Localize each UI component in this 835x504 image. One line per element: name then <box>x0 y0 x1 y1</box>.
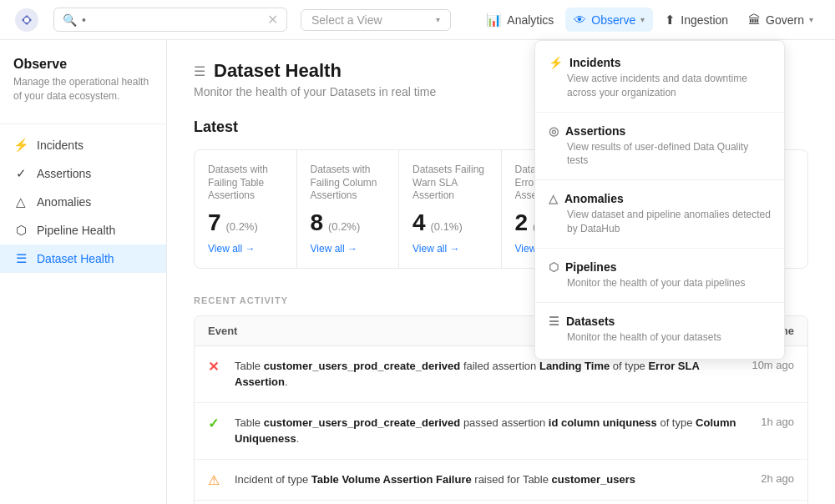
warning-icon: ⚠ <box>208 472 225 488</box>
sidebar-item-label: Dataset Health <box>37 252 114 265</box>
metric-view-all-link[interactable]: View all → <box>208 243 283 255</box>
search-bar[interactable]: 🔍 ✕ <box>53 8 287 32</box>
logo-icon[interactable] <box>13 7 40 33</box>
datasets-dropdown-icon: ☰ <box>549 315 559 328</box>
metric-card: Datasets Failing Warn SLA Assertion 4 (0… <box>399 150 502 268</box>
metric-pct: (0.2%) <box>225 220 257 233</box>
sidebar-item-incidents[interactable]: ⚡Incidents <box>0 131 166 159</box>
dropdown-item-datasets[interactable]: ☰ Datasets Monitor the health of your da… <box>535 306 784 353</box>
error-icon: ✕ <box>208 359 225 375</box>
dropdown-item-incidents[interactable]: ⚡ Incidents View active incidents and da… <box>535 48 784 108</box>
activity-text: Table customer_users_prod_create_derived… <box>235 415 751 447</box>
anomalies-icon: △ <box>13 194 28 209</box>
sidebar-description: Manage the operational health of your da… <box>13 75 153 103</box>
metric-value-row: 8 (0.2%) <box>311 209 386 236</box>
sidebar-item-dataset-health[interactable]: ☰Dataset Health <box>0 244 166 273</box>
metric-pct: (0.2%) <box>328 220 360 233</box>
search-clear-icon[interactable]: ✕ <box>267 12 278 28</box>
dataset-health-icon: ☰ <box>194 63 205 79</box>
sidebar-item-label: Incidents <box>37 139 84 152</box>
activity-time: 10m ago <box>752 359 794 371</box>
dropdown-item-label: Incidents <box>569 56 620 69</box>
nav-items: 📊 Analytics 👁 Observe ▾ ⬆ Ingestion 🏛 Go… <box>478 8 822 33</box>
nav-ingestion-label: Ingestion <box>681 13 728 27</box>
metric-value: 2 <box>515 209 529 235</box>
sidebar-item-label: Assertions <box>37 167 91 180</box>
nav-ingestion[interactable]: ⬆ Ingestion <box>656 8 736 33</box>
event-column-header: Event <box>208 325 237 337</box>
table-row: ⚠ Incident of type Table Volume Assertio… <box>195 460 807 501</box>
svg-point-1 <box>24 18 29 23</box>
dropdown-item-title: ◎ Assertions <box>549 124 771 138</box>
select-view-label: Select a View <box>311 13 382 27</box>
sidebar-item-label: Anomalies <box>37 195 91 209</box>
nav-analytics[interactable]: 📊 Analytics <box>478 8 562 33</box>
nav-analytics-label: Analytics <box>507 13 554 27</box>
dropdown-item-title: △ Anomalies <box>549 192 771 205</box>
select-view-dropdown[interactable]: Select a View ▾ <box>301 9 451 31</box>
nav-govern[interactable]: 🏛 Govern ▾ <box>740 8 822 32</box>
sidebar-item-label: Pipeline Health <box>37 224 115 237</box>
search-icon: 🔍 <box>63 13 77 27</box>
sidebar-title: Observe <box>13 57 153 72</box>
dropdown-divider <box>535 302 784 303</box>
dropdown-item-desc: View active incidents and data downtime … <box>549 72 771 100</box>
activity-rows: ✕ Table customer_users_prod_create_deriv… <box>195 346 807 504</box>
pipeline-health-icon: ⬡ <box>13 223 28 238</box>
sidebar-item-assertions[interactable]: ✓Assertions <box>0 159 166 188</box>
sidebar-item-pipeline-health[interactable]: ⬡Pipeline Health <box>0 216 166 244</box>
dropdown-divider <box>535 112 784 113</box>
ingestion-icon: ⬆ <box>665 13 676 28</box>
dataset-health-icon: ☰ <box>13 251 28 266</box>
table-row: ✓ Incident of type Table Freshness Asser… <box>195 501 807 504</box>
metric-view-all-link[interactable]: View all → <box>412 243 488 255</box>
activity-text: Table customer_users_prod_create_derived… <box>235 358 741 391</box>
analytics-icon: 📊 <box>486 13 502 28</box>
dropdown-item-pipelines[interactable]: ⬡ Pipelines Monitor the health of your d… <box>535 252 784 299</box>
metric-view-all-link[interactable]: View all → <box>311 243 386 255</box>
dropdown-item-assertions[interactable]: ◎ Assertions View results of user-define… <box>535 116 784 177</box>
activity-time: 2h ago <box>761 472 794 485</box>
metric-card: Datasets with Failing Column Assertions … <box>297 150 400 268</box>
sidebar-divider <box>0 123 166 124</box>
observe-chevron-icon: ▾ <box>640 15 645 24</box>
dropdown-item-title: ⚡ Incidents <box>549 56 771 69</box>
sidebar-header: Observe Manage the operational health of… <box>0 57 166 117</box>
nav-govern-label: Govern <box>766 13 804 27</box>
metric-value: 4 <box>412 209 426 235</box>
dropdown-divider <box>535 179 784 180</box>
assertions-dropdown-icon: ◎ <box>549 124 559 138</box>
incidents-icon: ⚡ <box>13 138 28 153</box>
dropdown-item-title: ☰ Datasets <box>549 315 771 328</box>
sidebar-item-anomalies[interactable]: △Anomalies <box>0 188 166 216</box>
dropdown-item-desc: View results of user-defined Data Qualit… <box>549 140 771 169</box>
pipelines-dropdown-icon: ⬡ <box>549 260 559 274</box>
success-icon: ✓ <box>208 416 225 431</box>
dropdown-item-label: Anomalies <box>564 192 624 205</box>
observe-icon: 👁 <box>574 13 586 27</box>
dropdown-item-label: Pipelines <box>565 260 616 274</box>
govern-icon: 🏛 <box>748 13 761 27</box>
govern-chevron-icon: ▾ <box>809 15 813 24</box>
dropdown-item-anomalies[interactable]: △ Anomalies View dataset and pipeline an… <box>535 184 784 244</box>
chevron-down-icon: ▾ <box>436 15 440 24</box>
observe-dropdown-menu: ⚡ Incidents View active incidents and da… <box>534 40 785 360</box>
metric-value-row: 4 (0.1%) <box>412 209 488 236</box>
activity-left: ✕ Table customer_users_prod_create_deriv… <box>208 358 741 391</box>
page-title: Dataset Health <box>214 60 342 82</box>
metric-value: 7 <box>208 209 221 235</box>
dropdown-item-desc: View dataset and pipeline anomalies dete… <box>549 208 771 236</box>
dropdown-divider <box>535 248 784 249</box>
nav-observe[interactable]: 👁 Observe ▾ <box>565 8 653 32</box>
metric-pct: (0.1%) <box>430 220 462 233</box>
metric-value-row: 7 (0.2%) <box>208 209 283 236</box>
table-row: ✓ Table customer_users_prod_create_deriv… <box>195 403 807 460</box>
search-input[interactable] <box>82 13 262 27</box>
metric-value: 8 <box>311 209 324 235</box>
dropdown-item-label: Datasets <box>566 315 615 328</box>
dropdown-item-desc: Monitor the health of your data pipeline… <box>549 276 771 290</box>
assertions-icon: ✓ <box>13 166 28 181</box>
nav-observe-label: Observe <box>591 13 635 27</box>
dropdown-item-desc: Monitor the health of your datasets <box>549 330 771 345</box>
sidebar: Observe Manage the operational health of… <box>0 40 167 504</box>
